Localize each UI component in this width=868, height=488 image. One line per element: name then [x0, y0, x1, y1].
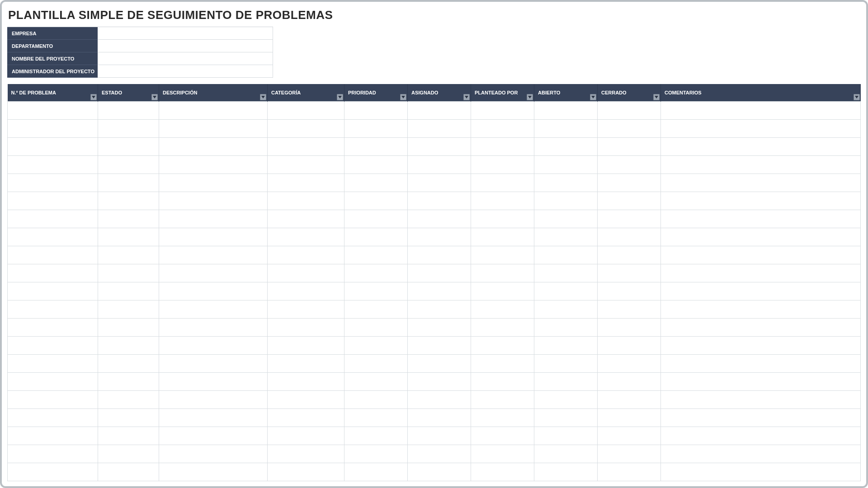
- col-header-cat[interactable]: CATEGORÍA: [268, 84, 344, 101]
- cell-cat[interactable]: [268, 192, 344, 210]
- meta-input-company[interactable]: [98, 27, 273, 40]
- cell-raised[interactable]: [471, 264, 534, 282]
- cell-cat[interactable]: [268, 119, 344, 137]
- filter-dropdown-cat[interactable]: [337, 94, 343, 100]
- cell-open[interactable]: [534, 282, 598, 300]
- cell-comments[interactable]: [661, 119, 861, 137]
- cell-open[interactable]: [534, 390, 598, 408]
- cell-prio[interactable]: [344, 192, 408, 210]
- cell-raised[interactable]: [471, 372, 534, 390]
- cell-cat[interactable]: [268, 282, 344, 300]
- cell-assign[interactable]: [408, 119, 471, 137]
- col-header-prio[interactable]: PRIORIDAD: [344, 84, 408, 101]
- cell-desc[interactable]: [159, 463, 268, 481]
- cell-status[interactable]: [98, 463, 159, 481]
- cell-comments[interactable]: [661, 390, 861, 408]
- cell-assign[interactable]: [408, 155, 471, 174]
- cell-status[interactable]: [98, 228, 159, 246]
- filter-dropdown-closed[interactable]: [653, 94, 660, 100]
- cell-prio[interactable]: [344, 155, 408, 174]
- cell-num[interactable]: [8, 354, 98, 372]
- cell-num[interactable]: [8, 463, 98, 481]
- cell-desc[interactable]: [159, 372, 268, 390]
- cell-desc[interactable]: [159, 408, 268, 427]
- cell-num[interactable]: [8, 372, 98, 390]
- cell-cat[interactable]: [268, 390, 344, 408]
- cell-status[interactable]: [98, 427, 159, 445]
- cell-num[interactable]: [8, 427, 98, 445]
- cell-comments[interactable]: [661, 210, 861, 228]
- cell-num[interactable]: [8, 300, 98, 318]
- cell-num[interactable]: [8, 264, 98, 282]
- cell-desc[interactable]: [159, 246, 268, 264]
- cell-cat[interactable]: [268, 445, 344, 463]
- cell-assign[interactable]: [408, 282, 471, 300]
- col-header-assign[interactable]: ASIGNADO: [408, 84, 471, 101]
- cell-num[interactable]: [8, 174, 98, 192]
- cell-open[interactable]: [534, 336, 598, 354]
- cell-assign[interactable]: [408, 463, 471, 481]
- cell-desc[interactable]: [159, 174, 268, 192]
- meta-input-project-admin[interactable]: [98, 65, 273, 78]
- cell-open[interactable]: [534, 445, 598, 463]
- cell-comments[interactable]: [661, 155, 861, 174]
- cell-desc[interactable]: [159, 354, 268, 372]
- cell-comments[interactable]: [661, 246, 861, 264]
- cell-comments[interactable]: [661, 137, 861, 155]
- cell-desc[interactable]: [159, 228, 268, 246]
- cell-open[interactable]: [534, 101, 598, 119]
- cell-assign[interactable]: [408, 354, 471, 372]
- cell-open[interactable]: [534, 408, 598, 427]
- cell-assign[interactable]: [408, 137, 471, 155]
- cell-desc[interactable]: [159, 390, 268, 408]
- cell-cat[interactable]: [268, 101, 344, 119]
- cell-open[interactable]: [534, 174, 598, 192]
- cell-open[interactable]: [534, 155, 598, 174]
- cell-desc[interactable]: [159, 155, 268, 174]
- cell-prio[interactable]: [344, 427, 408, 445]
- cell-raised[interactable]: [471, 390, 534, 408]
- cell-open[interactable]: [534, 246, 598, 264]
- cell-raised[interactable]: [471, 282, 534, 300]
- cell-num[interactable]: [8, 390, 98, 408]
- cell-comments[interactable]: [661, 264, 861, 282]
- cell-assign[interactable]: [408, 408, 471, 427]
- cell-desc[interactable]: [159, 137, 268, 155]
- cell-open[interactable]: [534, 463, 598, 481]
- cell-cat[interactable]: [268, 246, 344, 264]
- cell-open[interactable]: [534, 264, 598, 282]
- cell-assign[interactable]: [408, 101, 471, 119]
- cell-status[interactable]: [98, 210, 159, 228]
- cell-open[interactable]: [534, 119, 598, 137]
- cell-cat[interactable]: [268, 427, 344, 445]
- cell-closed[interactable]: [598, 228, 661, 246]
- cell-num[interactable]: [8, 445, 98, 463]
- cell-prio[interactable]: [344, 228, 408, 246]
- cell-raised[interactable]: [471, 445, 534, 463]
- cell-assign[interactable]: [408, 318, 471, 336]
- col-header-comments[interactable]: COMENTARIOS: [661, 84, 861, 101]
- cell-status[interactable]: [98, 390, 159, 408]
- cell-closed[interactable]: [598, 192, 661, 210]
- cell-cat[interactable]: [268, 264, 344, 282]
- cell-status[interactable]: [98, 408, 159, 427]
- cell-closed[interactable]: [598, 427, 661, 445]
- cell-prio[interactable]: [344, 282, 408, 300]
- cell-prio[interactable]: [344, 137, 408, 155]
- cell-assign[interactable]: [408, 210, 471, 228]
- cell-prio[interactable]: [344, 246, 408, 264]
- cell-closed[interactable]: [598, 155, 661, 174]
- cell-comments[interactable]: [661, 192, 861, 210]
- cell-closed[interactable]: [598, 137, 661, 155]
- cell-desc[interactable]: [159, 101, 268, 119]
- cell-closed[interactable]: [598, 246, 661, 264]
- cell-assign[interactable]: [408, 372, 471, 390]
- cell-open[interactable]: [534, 210, 598, 228]
- cell-status[interactable]: [98, 155, 159, 174]
- filter-dropdown-open[interactable]: [590, 94, 596, 100]
- col-header-raised[interactable]: PLANTEADO POR: [471, 84, 534, 101]
- cell-desc[interactable]: [159, 336, 268, 354]
- cell-cat[interactable]: [268, 318, 344, 336]
- cell-raised[interactable]: [471, 192, 534, 210]
- cell-assign[interactable]: [408, 300, 471, 318]
